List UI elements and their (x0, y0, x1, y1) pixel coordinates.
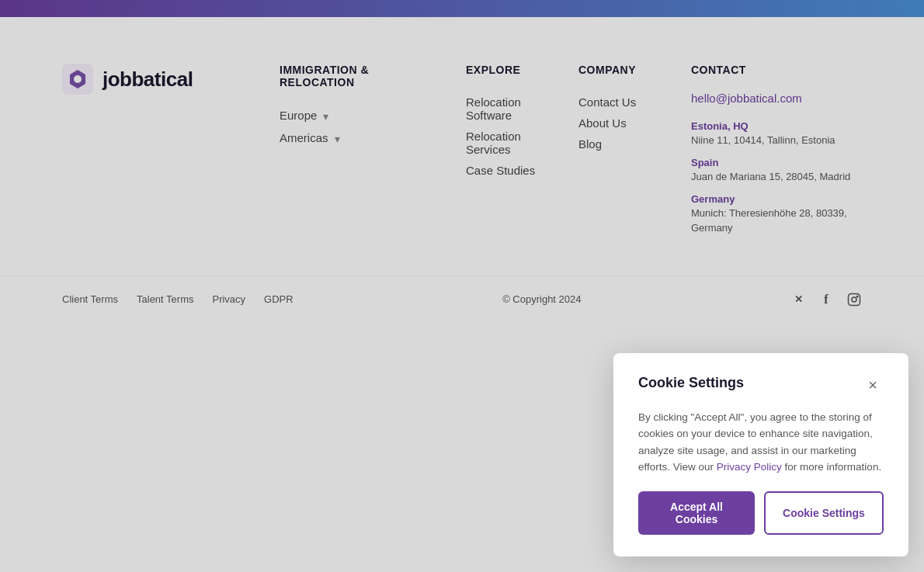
cookie-body: By clicking "Accept All", you agree to t… (638, 409, 884, 476)
cookie-title: Cookie Settings (638, 375, 744, 391)
cookie-close-button[interactable]: × (862, 375, 884, 397)
cookie-overlay: Cookie Settings × By clicking "Accept Al… (0, 0, 924, 572)
cookie-modal: Cookie Settings × By clicking "Accept Al… (613, 353, 908, 556)
accept-all-cookies-button[interactable]: Accept All Cookies (638, 491, 755, 535)
cookie-body-text2: for more information. (782, 461, 881, 473)
cookie-settings-button[interactable]: Cookie Settings (764, 491, 884, 535)
cookie-actions: Accept All Cookies Cookie Settings (638, 491, 884, 535)
cookie-modal-header: Cookie Settings × (638, 375, 884, 397)
cookie-privacy-link[interactable]: Privacy Policy (717, 461, 782, 473)
